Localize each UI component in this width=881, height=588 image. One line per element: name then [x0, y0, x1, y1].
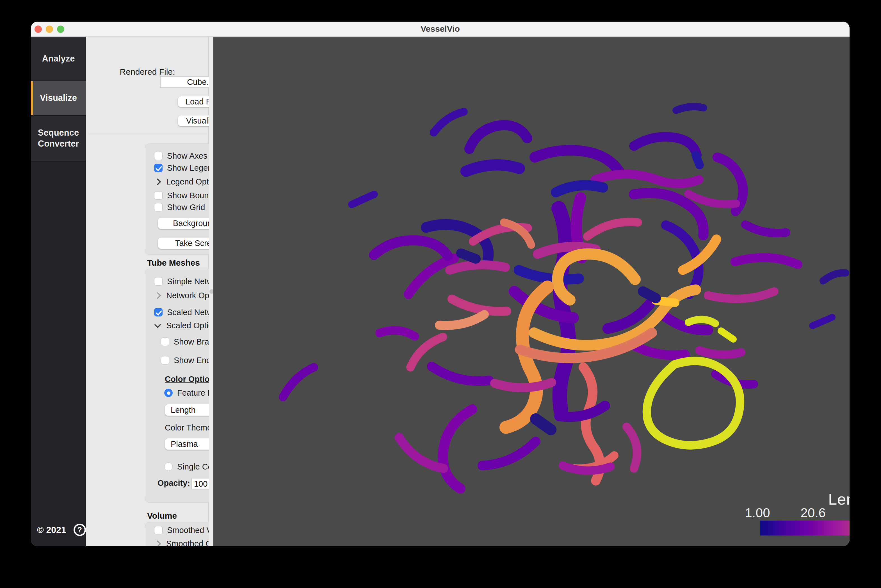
vessel-tube	[536, 419, 551, 430]
show-grid-checkbox[interactable]	[154, 203, 163, 212]
vessel-tube	[643, 291, 656, 298]
color-theme-label: Color Theme:	[165, 423, 214, 432]
vessel-tube	[411, 337, 443, 367]
legend-tick: 40.1	[841, 505, 850, 520]
vessel-tube	[469, 125, 527, 149]
chevron-right-icon	[154, 540, 161, 546]
vessel-svg	[213, 37, 850, 546]
vessel-tube	[495, 382, 552, 388]
vessel-tube	[439, 315, 484, 326]
settings-panel: Rendered File: Cube.nii Load File Visual…	[86, 37, 209, 546]
show-branchpoints-checkbox[interactable]	[161, 338, 169, 346]
vessel-tube	[556, 185, 603, 192]
vessel-tube	[676, 107, 704, 110]
smoothed-volume-checkbox[interactable]	[154, 526, 163, 534]
vessel-tube	[721, 331, 733, 339]
color-theme-select-value: Plasma	[165, 440, 214, 449]
section-divider	[88, 133, 207, 134]
color-theme-row: Color Theme:	[165, 423, 214, 432]
vessel-tube	[587, 222, 638, 236]
vessel-tube	[461, 253, 476, 259]
legend-tick: 20.6	[785, 505, 841, 520]
legend-colorbar	[760, 520, 850, 536]
vessel-tube	[634, 137, 697, 155]
window-title: VesselVio	[31, 22, 850, 37]
chevron-down-icon	[154, 321, 161, 328]
tab-sequence-converter-label: Sequence Converter	[38, 128, 79, 149]
show-boundaries-checkbox[interactable]	[154, 191, 163, 200]
show-axes-checkbox[interactable]	[154, 152, 163, 160]
vessel-tube	[647, 361, 740, 446]
help-icon[interactable]: ?	[73, 524, 86, 536]
show-legend-checkbox[interactable]	[154, 164, 163, 172]
show-endpoints-checkbox[interactable]	[161, 356, 169, 364]
show-axes-row[interactable]: Show Axes	[154, 151, 207, 160]
vessel-tube	[535, 150, 619, 171]
vessel-tube	[823, 273, 846, 281]
vessel-tube	[432, 366, 489, 381]
render-viewport[interactable]: Length (µm) 1.00 20.6 40.1 59.7 79.2	[213, 37, 850, 546]
vessel-tube	[443, 410, 472, 489]
show-grid-row[interactable]: Show Grid	[154, 202, 205, 212]
vessel-tube	[452, 299, 507, 311]
tube-meshes-header: Tube Meshes	[147, 258, 200, 268]
chevron-right-icon	[154, 178, 161, 185]
scaled-network-checkbox[interactable]	[154, 308, 163, 316]
vessel-tube	[434, 112, 464, 132]
tab-visualize-label: Visualize	[40, 93, 77, 104]
feature-based-radio[interactable]	[164, 388, 173, 397]
vessel-tube	[379, 330, 415, 336]
vessel-tube	[559, 208, 569, 411]
vessel-tube	[450, 265, 505, 270]
tab-visualize[interactable]: Visualize	[31, 81, 86, 116]
vessel-tube	[352, 194, 374, 204]
tab-analyze-label: Analyze	[42, 53, 75, 64]
vessel-tube	[745, 225, 786, 233]
vessel-tube	[700, 351, 741, 355]
show-legend-row[interactable]: Show Legend	[154, 163, 217, 173]
copyright-text: © 2021	[37, 525, 66, 535]
copyright: © 2021 ?	[37, 524, 86, 536]
sidebar: Analyze Visualize Sequence Converter © 2…	[31, 37, 86, 546]
vessel-tube	[688, 194, 736, 204]
vessel-tube	[708, 291, 774, 299]
vessel-tube	[374, 240, 448, 256]
opacity-label: Opacity:	[157, 478, 190, 488]
app-window: VesselVio Analyze Visualize Sequence Con…	[31, 22, 850, 546]
vessel-tube	[635, 346, 685, 355]
tab-sequence-converter[interactable]: Sequence Converter	[31, 116, 86, 162]
vessel-tube	[627, 427, 637, 468]
title-bar: VesselVio	[31, 22, 850, 37]
vessel-tube	[519, 270, 579, 279]
vessel-tube	[466, 165, 519, 171]
vessel-tube	[696, 155, 700, 165]
legend-tick: 1.00	[730, 505, 785, 520]
vessel-tube	[688, 319, 715, 324]
tab-analyze[interactable]: Analyze	[31, 37, 86, 81]
vessel-tube	[399, 438, 443, 468]
vessel-tube	[409, 258, 454, 294]
show-axes-label: Show Axes	[167, 152, 207, 160]
opacity-label-wrap: Opacity:	[156, 478, 190, 488]
show-grid-label: Show Grid	[167, 203, 205, 212]
vessel-tube	[283, 367, 314, 397]
vessel-tube	[595, 174, 699, 184]
chevron-right-icon	[154, 292, 161, 299]
vessel-tube	[812, 317, 832, 326]
single-color-radio[interactable]	[164, 462, 173, 471]
vessel-tube	[735, 258, 798, 264]
simple-network-checkbox[interactable]	[154, 277, 163, 286]
rendered-file-label: Rendered File:	[86, 67, 209, 76]
feature-select-value: Length	[165, 405, 214, 415]
vessel-tube	[482, 441, 536, 466]
